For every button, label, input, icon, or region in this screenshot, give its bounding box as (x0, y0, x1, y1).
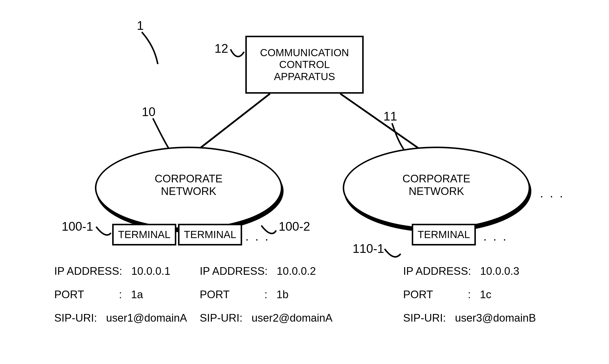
ref-controller: 12 (215, 41, 228, 56)
t3-ip-label: IP ADDRESS: (403, 265, 471, 277)
t3-port-label: PORT (403, 288, 465, 301)
ref-terminal-1: 100-1 (62, 219, 93, 234)
t2-ip-value: 10.0.0.2 (277, 265, 316, 277)
terminal-1-box: TERMINAL (112, 224, 176, 245)
network-left-label: CORPORATE NETWORK (144, 173, 233, 197)
controller-box: COMMUNICATION CONTROL APPARATUS (245, 36, 364, 94)
t2-sip-value: user2@domainA (251, 312, 332, 324)
ref-terminal-2: 100-2 (279, 219, 310, 234)
terminal-3-label: TERMINAL (418, 229, 470, 241)
t1-port-label: PORT (54, 288, 116, 301)
t1-port-row: PORT : 1a (54, 288, 143, 301)
t1-ip-label: IP ADDRESS: (54, 265, 122, 277)
t3-sip-label: SIP-URI: (403, 312, 446, 324)
terminal-1-label: TERMINAL (118, 229, 170, 241)
terminal-right-ellipsis: . . . (483, 229, 508, 243)
ref-system: 1 (137, 18, 144, 33)
t3-sip-value: user3@domainB (455, 312, 536, 324)
t1-sip-row: SIP-URI: user1@domainA (54, 312, 187, 324)
t2-port-value: 1b (276, 288, 288, 300)
t1-ip-value: 10.0.0.1 (131, 265, 170, 277)
terminal-left-ellipsis: . . . (245, 229, 270, 243)
t1-sip-value: user1@domainA (106, 312, 187, 324)
terminal-2-label: TERMINAL (184, 229, 236, 241)
t3-port-colon: : (468, 288, 471, 300)
t2-sip-row: SIP-URI: user2@domainA (200, 312, 333, 324)
t3-sip-row: SIP-URI: user3@domainB (403, 312, 536, 324)
network-right-ellipsis: . . . (540, 186, 564, 200)
ref-net-right: 11 (383, 109, 397, 123)
t1-port-colon: : (119, 288, 122, 300)
terminal-2-box: TERMINAL (178, 224, 242, 245)
t2-port-colon: : (264, 288, 267, 300)
t3-port-row: PORT : 1c (403, 288, 491, 301)
ref-terminal-3: 110-1 (353, 242, 384, 256)
ref-net-left: 10 (142, 105, 156, 119)
t1-sip-label: SIP-URI: (54, 312, 97, 324)
diagram-canvas: COMMUNICATION CONTROL APPARATUS CORPORAT… (0, 0, 609, 364)
t3-port-value: 1c (480, 288, 491, 300)
network-right-label: CORPORATE NETWORK (392, 173, 481, 197)
network-right-text: CORPORATE NETWORK (402, 173, 470, 197)
t3-ip-value: 10.0.0.3 (480, 265, 519, 277)
t1-port-value: 1a (131, 288, 143, 300)
t2-port-label: PORT (200, 288, 261, 301)
controller-label: COMMUNICATION CONTROL APPARATUS (260, 47, 349, 83)
t1-ip-row: IP ADDRESS: 10.0.0.1 (54, 265, 170, 277)
t2-ip-label: IP ADDRESS: (200, 265, 268, 277)
terminal-3-box: TERMINAL (412, 224, 476, 245)
network-left-text: CORPORATE NETWORK (155, 173, 222, 197)
t3-ip-row: IP ADDRESS: 10.0.0.3 (403, 265, 519, 277)
t2-ip-row: IP ADDRESS: 10.0.0.2 (200, 265, 316, 277)
t2-sip-label: SIP-URI: (200, 312, 243, 324)
t2-port-row: PORT : 1b (200, 288, 288, 301)
